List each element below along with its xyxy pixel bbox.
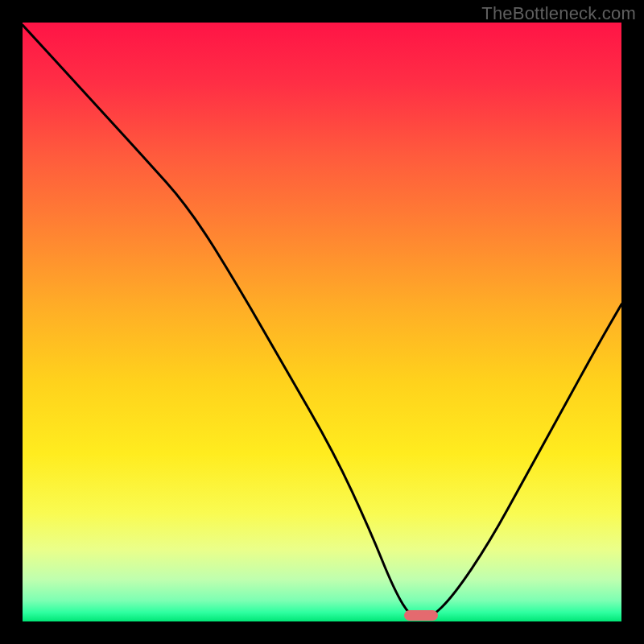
chart-frame: TheBottleneck.com [0,0,644,644]
watermark-text: TheBottleneck.com [481,3,636,24]
optimal-marker [404,610,438,621]
plot-area [23,23,621,621]
bottleneck-curve [23,23,621,621]
